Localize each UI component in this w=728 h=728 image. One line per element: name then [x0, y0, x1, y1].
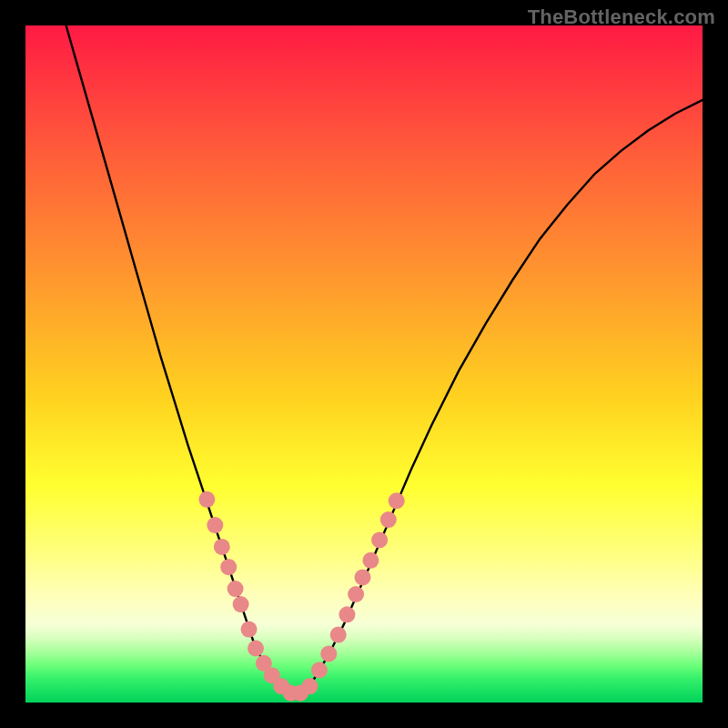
scatter-dot [389, 492, 405, 509]
scatter-dot [302, 678, 318, 694]
scatter-dot [311, 662, 328, 678]
scatter-dot [320, 645, 337, 662]
gradient-background [25, 25, 703, 703]
scatter-dot [330, 627, 347, 643]
plot-area [25, 25, 703, 703]
scatter-dot [355, 569, 371, 585]
scatter-dot [207, 517, 223, 533]
scatter-dot [198, 491, 215, 508]
scatter-dot [348, 586, 364, 602]
scatter-dot [362, 552, 379, 569]
scatter-dot [380, 511, 397, 528]
scatter-dot [233, 596, 249, 612]
scatter-dot [339, 606, 355, 622]
scatter-dot [214, 539, 230, 555]
scatter-dot [248, 641, 264, 657]
scatter-dot [241, 622, 258, 638]
scatter-dot [371, 531, 388, 548]
chart-frame: TheBottleneck.com [0, 0, 728, 728]
scatter-dot [228, 581, 244, 597]
scatter-dot [220, 559, 237, 575]
chart-svg [25, 25, 703, 703]
